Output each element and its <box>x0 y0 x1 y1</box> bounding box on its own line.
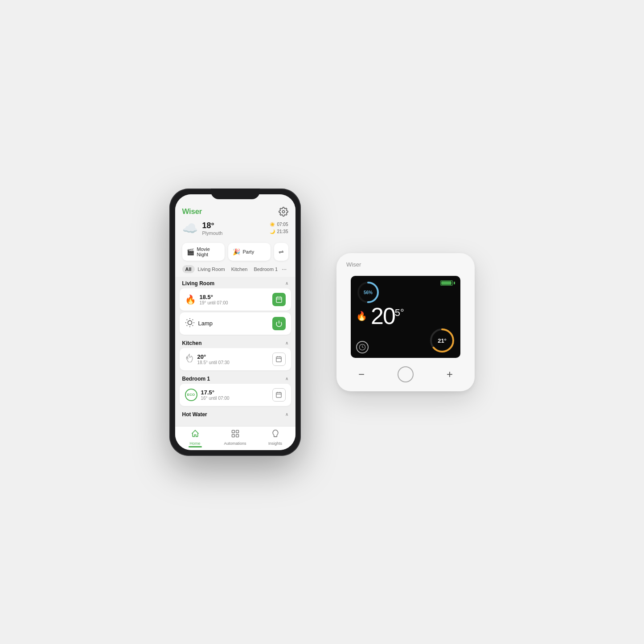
room-section-hot-water: Hot Water ∧ <box>175 408 295 419</box>
weather-left: ☁️ 18° Plymouth <box>182 221 223 236</box>
battery-body <box>440 280 453 286</box>
svg-rect-23 <box>232 430 234 433</box>
weather-temp: 18° <box>202 221 223 230</box>
humidity-value: 56% <box>364 290 373 295</box>
kitchen-chevron[interactable]: ∧ <box>285 340 288 345</box>
bottom-nav: Home Automations <box>175 426 295 450</box>
thermostat-target-temp: 21° <box>438 337 447 344</box>
living-room-schedule-button[interactable] <box>272 293 286 306</box>
battery-fill <box>441 281 451 285</box>
living-room-heating-card[interactable]: 🔥 18.5° 19° until 07:00 <box>180 288 291 311</box>
party-icon: 🎉 <box>233 248 240 255</box>
room-tabs: All Living Room Kitchen Bedroom 1 ··· <box>175 263 295 277</box>
party-label: Party <box>243 249 254 254</box>
svg-point-5 <box>188 320 192 324</box>
kitchen-heating-info: 20° 18.5° until 07:30 <box>197 353 230 365</box>
weather-section: ☁️ 18° Plymouth ☀️ 07:05 🌙 21:35 <box>175 219 295 240</box>
thermostat-minus-button[interactable]: − <box>353 366 369 382</box>
sunset-time: 21:35 <box>277 228 288 235</box>
bedroom1-heating-card[interactable]: ECO 17.5° 16° until 07:00 <box>180 384 291 406</box>
tab-bedroom1[interactable]: Bedroom 1 <box>250 265 281 273</box>
tab-all[interactable]: All <box>182 265 195 273</box>
movie-icon: 🎬 <box>187 248 194 255</box>
thermostat-screen: 56% 🔥 205° <box>351 276 460 358</box>
screen-bottom-row: 21° <box>356 328 455 353</box>
living-room-temp-sub: 19° until 07:00 <box>200 300 228 305</box>
nav-home[interactable]: Home <box>175 429 215 446</box>
hot-water-header: Hot Water ∧ <box>175 408 295 419</box>
screen-middle: 🔥 205° <box>356 304 455 328</box>
phone-notch <box>211 189 260 199</box>
svg-line-9 <box>192 325 193 325</box>
target-temp-display: 21° <box>429 328 455 353</box>
svg-line-8 <box>186 319 187 320</box>
kitchen-header: Kitchen ∧ <box>175 336 295 348</box>
hot-water-chevron[interactable]: ∧ <box>285 412 288 417</box>
phone: Wiser ☁️ 18° Plymouth <box>169 189 301 456</box>
kitchen-schedule-button[interactable] <box>272 353 286 366</box>
thermostat-device: Wiser 56% <box>336 253 475 391</box>
thermostat-temp-decimal: 5° <box>395 308 404 318</box>
movie-night-button[interactable]: 🎬 Movie Night <box>182 243 225 261</box>
lamp-card-left: Lamp <box>185 318 213 329</box>
thermostat-temp-display: 205° <box>371 304 404 328</box>
sunset-icon: 🌙 <box>270 228 275 235</box>
room-section-bedroom1: Bedroom 1 ∧ ECO 17.5° 16° until 07:00 <box>175 372 295 406</box>
more-actions-button[interactable]: ⇌ <box>274 243 288 261</box>
bedroom1-schedule-button[interactable] <box>272 388 286 402</box>
nav-automations[interactable]: Automations <box>215 429 255 446</box>
bedroom1-chevron[interactable]: ∧ <box>285 376 288 381</box>
tab-more[interactable]: ··· <box>282 266 287 272</box>
battery-icon <box>440 280 455 286</box>
svg-line-12 <box>186 325 187 325</box>
timer-icon <box>356 341 369 353</box>
tab-kitchen[interactable]: Kitchen <box>228 265 251 273</box>
flame-icon-living: 🔥 <box>185 294 196 305</box>
rooms-scroll[interactable]: Living Room ∧ 🔥 18.5° 19° until 07:00 <box>175 277 295 426</box>
plus-label: + <box>447 368 453 381</box>
thermostat-brand: Wiser <box>346 261 361 268</box>
svg-line-13 <box>192 319 193 320</box>
party-button[interactable]: 🎉 Party <box>228 243 271 261</box>
gear-icon[interactable] <box>279 207 288 217</box>
thermostat-controls: − + <box>346 366 465 382</box>
battery-tip <box>454 282 455 284</box>
nav-insights[interactable]: Insights <box>255 429 295 446</box>
weather-right: ☀️ 07:05 🌙 21:35 <box>270 221 288 235</box>
kitchen-temp: 20° <box>197 353 230 360</box>
tab-living-room[interactable]: Living Room <box>195 265 228 273</box>
kitchen-temp-sub: 18.5° until 07:30 <box>197 360 230 365</box>
kitchen-heating-card[interactable]: 20° 18.5° until 07:30 <box>180 348 291 370</box>
weather-location: Plymouth <box>202 230 223 236</box>
bedroom1-header: Bedroom 1 ∧ <box>175 372 295 384</box>
home-label: Home <box>189 441 200 446</box>
living-room-chevron[interactable]: ∧ <box>285 281 288 286</box>
lamp-power-button[interactable] <box>272 317 286 330</box>
bedroom1-temp: 17.5° <box>201 389 230 396</box>
svg-point-0 <box>282 210 285 213</box>
heating-info: 18.5° 19° until 07:00 <box>200 294 228 305</box>
svg-rect-24 <box>236 430 238 433</box>
flame-icon-kitchen <box>185 353 194 365</box>
automations-label: Automations <box>224 441 246 446</box>
lamp-icon <box>185 318 195 329</box>
thermostat-top: Wiser <box>346 261 465 268</box>
kitchen-card-left: 20° 18.5° until 07:30 <box>185 353 230 365</box>
heating-card-left: 🔥 18.5° 19° until 07:00 <box>185 294 228 305</box>
lamp-name: Lamp <box>198 320 213 327</box>
room-section-kitchen: Kitchen ∧ 20° 18.5° unt <box>175 336 295 370</box>
sunrise-time: 07:05 <box>277 221 288 228</box>
living-room-lamp-card[interactable]: Lamp <box>180 312 291 335</box>
room-section-living-room: Living Room ∧ 🔥 18.5° 19° until 07:00 <box>175 277 295 335</box>
app-logo: Wiser <box>182 207 202 216</box>
screen-top-row: 56% <box>356 280 455 304</box>
minus-label: − <box>358 368 365 381</box>
humidity-display: 56% <box>356 280 380 304</box>
bedroom1-card-left: ECO 17.5° 16° until 07:00 <box>185 389 230 401</box>
thermostat-plus-button[interactable]: + <box>442 366 458 382</box>
thermostat-center-button[interactable] <box>398 366 414 382</box>
sunrise-icon: ☀️ <box>270 221 275 228</box>
more-icon: ⇌ <box>279 248 284 255</box>
bedroom1-title: Bedroom 1 <box>182 376 210 382</box>
insights-label: Insights <box>268 441 282 446</box>
